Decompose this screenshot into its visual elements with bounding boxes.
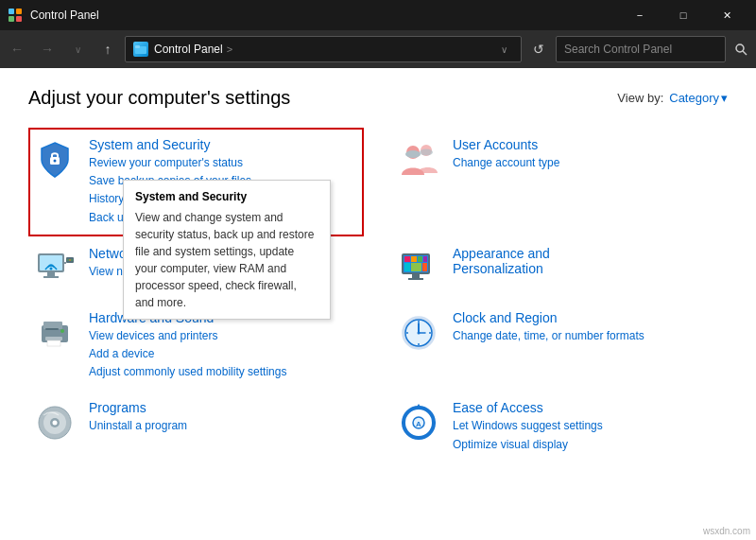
forward-button[interactable]: →	[34, 36, 60, 62]
back-button[interactable]: ←	[4, 36, 30, 62]
category-ease: A Ease of Access Let Windows suggest set…	[392, 391, 728, 462]
svg-rect-26	[404, 256, 410, 262]
breadcrumb-item-1: Control Panel	[154, 43, 223, 56]
svg-rect-34	[408, 278, 423, 280]
ease-sublink-2[interactable]: Optimize visual display	[453, 436, 724, 454]
svg-rect-31	[411, 263, 421, 271]
app-icon	[8, 8, 23, 23]
svg-rect-5	[135, 45, 140, 48]
svg-rect-27	[411, 256, 417, 262]
svg-rect-28	[418, 256, 422, 262]
tooltip-title: System and Security	[135, 188, 318, 205]
watermark: wsxdn.com	[703, 526, 750, 536]
main-content: Adjust your computer's settings View by:…	[0, 68, 756, 540]
svg-rect-32	[422, 263, 427, 271]
breadcrumb-separator-1: >	[227, 44, 232, 55]
minimize-button[interactable]: −	[618, 0, 662, 30]
category-clock: Clock and Region Change date, time, or n…	[392, 301, 728, 392]
clock-sublink-1[interactable]: Change date, time, or number formats	[453, 327, 724, 345]
address-field[interactable]: Control Panel > ∨	[125, 36, 522, 62]
ease-sublink-1[interactable]: Let Windows suggest settings	[453, 417, 724, 435]
title-bar: Control Panel − □ ✕	[0, 0, 756, 30]
folder-icon	[133, 42, 148, 57]
category-system-security: System and Security Review your computer…	[28, 128, 364, 236]
appearance-link-2[interactable]: Personalization	[453, 261, 724, 276]
hardware-sublink-3[interactable]: Adjust commonly used mobility settings	[89, 363, 360, 381]
svg-point-22	[69, 259, 71, 261]
svg-rect-17	[43, 276, 59, 278]
appearance-content: Appearance and Personalization	[453, 246, 724, 278]
page-header: Adjust your computer's settings View by:…	[28, 87, 728, 109]
search-button[interactable]	[730, 36, 752, 62]
search-field[interactable]: Search Control Panel	[556, 36, 726, 62]
svg-line-7	[743, 51, 747, 55]
programs-sublink-1[interactable]: Uninstall a program	[89, 417, 360, 435]
svg-point-6	[736, 44, 744, 52]
svg-text:A: A	[416, 420, 421, 428]
breadcrumb: Control Panel >	[154, 43, 489, 56]
view-by-arrow: ▾	[721, 91, 728, 105]
maximize-button[interactable]: □	[662, 0, 705, 30]
svg-rect-16	[47, 272, 55, 276]
hardware-icon	[32, 310, 77, 356]
programs-content: Programs Uninstall a program	[89, 400, 360, 435]
user-accounts-link[interactable]: User Accounts	[453, 137, 724, 152]
svg-point-18	[50, 267, 53, 270]
svg-rect-1	[16, 9, 22, 14]
refresh-button[interactable]: ↺	[525, 36, 552, 62]
user-accounts-sublink-1[interactable]: Change account type	[453, 154, 724, 172]
svg-point-39	[60, 329, 64, 333]
svg-point-53	[53, 421, 58, 426]
ease-icon: A	[396, 400, 441, 445]
svg-rect-33	[412, 274, 420, 278]
svg-point-13	[420, 149, 433, 156]
ease-link[interactable]: Ease of Access	[453, 400, 724, 415]
svg-point-9	[54, 160, 57, 163]
ease-content: Ease of Access Let Windows suggest setti…	[453, 400, 724, 453]
dropdown-button[interactable]: ∨	[64, 36, 91, 62]
user-accounts-icon	[396, 137, 441, 183]
category-appearance: Appearance and Personalization	[392, 236, 728, 301]
hardware-sublink-2[interactable]: Add a device	[89, 345, 360, 363]
address-bar: ← → ∨ ↑ Control Panel > ∨ ↺ Search Contr…	[0, 30, 756, 68]
svg-rect-40	[45, 328, 59, 330]
category-programs: Programs Uninstall a program	[28, 391, 364, 462]
programs-icon	[32, 400, 77, 445]
close-button[interactable]: ✕	[705, 0, 748, 30]
address-dropdown-button[interactable]: ∨	[494, 36, 513, 62]
user-accounts-content: User Accounts Change account type	[453, 137, 724, 172]
view-by-label: View by:	[617, 91, 663, 105]
clock-icon	[396, 310, 441, 356]
page-title: Adjust your computer's settings	[28, 87, 290, 109]
svg-point-12	[405, 150, 421, 158]
svg-rect-38	[47, 340, 60, 346]
clock-link[interactable]: Clock and Region	[453, 310, 724, 325]
view-by-value: Category	[669, 91, 719, 105]
hardware-content: Hardware and Sound View devices and prin…	[89, 310, 360, 382]
system-security-sublink-1[interactable]: Review your computer's status	[89, 154, 360, 172]
system-security-tooltip: System and Security View and change syst…	[123, 180, 331, 320]
svg-rect-29	[423, 256, 427, 262]
appearance-link[interactable]: Appearance and	[453, 246, 724, 261]
hardware-sublink-1[interactable]: View devices and printers	[89, 327, 360, 345]
svg-rect-36	[43, 322, 62, 329]
clock-content: Clock and Region Change date, time, or n…	[453, 310, 724, 345]
categories-grid: System and Security Review your computer…	[28, 128, 728, 463]
svg-point-23	[71, 259, 73, 261]
appearance-icon	[396, 246, 441, 291]
title-bar-controls: − □ ✕	[618, 0, 748, 30]
svg-point-21	[67, 259, 69, 261]
programs-link[interactable]: Programs	[89, 400, 360, 415]
svg-rect-37	[45, 337, 62, 340]
up-button[interactable]: ↑	[94, 36, 121, 62]
view-by-control: View by: Category ▾	[617, 91, 728, 105]
system-security-icon	[32, 137, 77, 183]
view-by-dropdown[interactable]: Category ▾	[669, 91, 728, 105]
category-user-accounts: User Accounts Change account type	[392, 128, 728, 236]
search-placeholder-text: Search Control Panel	[564, 43, 717, 56]
tooltip-text: View and change system and security stat…	[135, 209, 318, 311]
svg-rect-3	[16, 16, 22, 22]
network-icon	[32, 246, 77, 291]
svg-rect-30	[404, 263, 410, 271]
system-security-link[interactable]: System and Security	[89, 137, 360, 152]
